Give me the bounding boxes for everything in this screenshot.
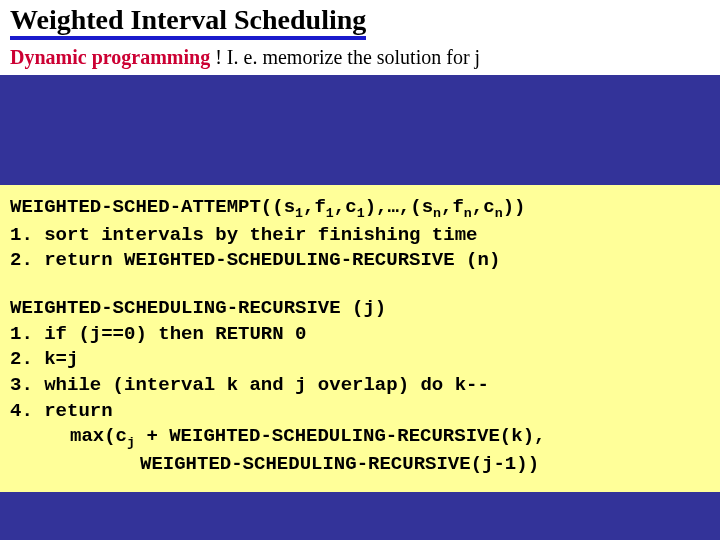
code-line: 2. k=j	[10, 347, 710, 373]
code-line: 1. sort intervals by their finishing tim…	[10, 223, 710, 249]
code-block-1: WEIGHTED-SCHED-ATTEMPT((s1,f1,c1),…,(sn,…	[10, 195, 710, 274]
code-line: 4. return	[10, 399, 710, 425]
slide-title: Weighted Interval Scheduling	[10, 4, 366, 40]
code-block-2: WEIGHTED-SCHEDULING-RECURSIVE (j) 1. if …	[10, 296, 710, 478]
code-line: max(cj + WEIGHTED-SCHEDULING-RECURSIVE(k…	[10, 424, 710, 452]
spacer	[0, 75, 720, 185]
subtitle-rest: ! I. e. memorize the solution for j	[210, 46, 480, 68]
slide-subtitle: Dynamic programming ! I. e. memorize the…	[10, 46, 710, 69]
code-line: WEIGHTED-SCHEDULING-RECURSIVE(j-1))	[10, 452, 710, 478]
slide-header: Weighted Interval Scheduling Dynamic pro…	[0, 0, 720, 75]
subtitle-highlight: Dynamic programming	[10, 46, 210, 68]
code-panel: WEIGHTED-SCHED-ATTEMPT((s1,f1,c1),…,(sn,…	[0, 185, 720, 492]
code-line: 3. while (interval k and j overlap) do k…	[10, 373, 710, 399]
code-line: WEIGHTED-SCHEDULING-RECURSIVE (j)	[10, 296, 710, 322]
code-line: 1. if (j==0) then RETURN 0	[10, 322, 710, 348]
code-line: 2. return WEIGHTED-SCHEDULING-RECURSIVE …	[10, 248, 710, 274]
code-line: WEIGHTED-SCHED-ATTEMPT((s1,f1,c1),…,(sn,…	[10, 195, 710, 223]
